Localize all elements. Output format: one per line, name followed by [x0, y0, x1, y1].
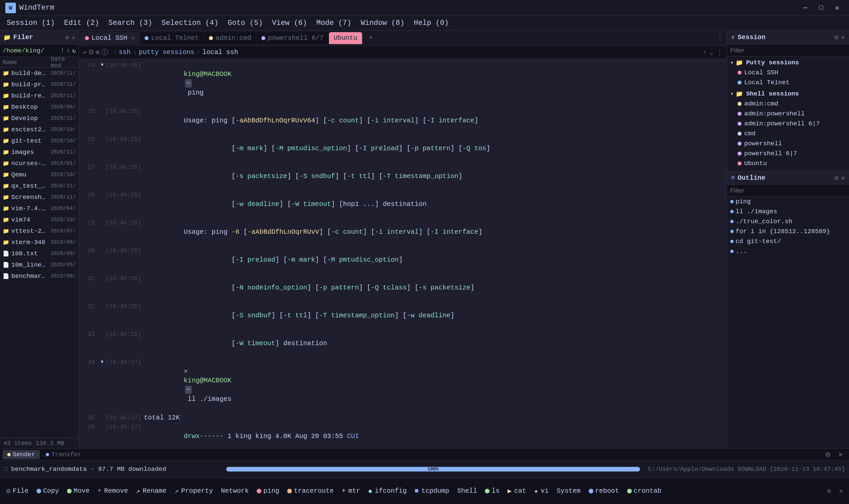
- list-item[interactable]: 📁Screenshots2020/11/: [0, 192, 78, 203]
- menu-session[interactable]: Session (1): [3, 18, 59, 29]
- toolbar-item-mtr[interactable]: + mtr: [338, 484, 363, 498]
- filer-close-icon[interactable]: ✕: [72, 34, 75, 41]
- session-close-icon[interactable]: ✕: [841, 33, 845, 41]
- outline-item-ellipsis[interactable]: ...: [727, 246, 849, 256]
- toolbar-item-network[interactable]: Network: [218, 484, 252, 498]
- breadcrumb-putty[interactable]: putty sessions: [139, 49, 194, 56]
- list-item[interactable]: 📁Develop2020/11/: [0, 113, 78, 124]
- session-item-powershell-67[interactable]: powershell 6|7: [727, 148, 849, 159]
- transfer-tab-transfer[interactable]: Transfer: [41, 450, 86, 459]
- tab-add-button[interactable]: +: [365, 33, 376, 43]
- tab-admin-cmd[interactable]: admin:cmd: [204, 32, 256, 44]
- session-item-local-telnet[interactable]: Local Telnet: [727, 77, 849, 88]
- filer-nav-up[interactable]: ↑: [61, 47, 64, 55]
- breadcrumb-forward-icon[interactable]: ›: [703, 48, 707, 56]
- session-group-header-putty[interactable]: ▾ 📁 Putty sessions: [727, 58, 849, 68]
- tab-menu-button[interactable]: ⋮: [715, 33, 725, 43]
- toolbar-item-cat[interactable]: ▶ cat: [504, 484, 529, 498]
- transfer-tab-sender[interactable]: Sender: [3, 450, 40, 459]
- breadcrumb-back-icon[interactable]: ↩: [83, 48, 87, 56]
- session-item-powershell[interactable]: powershell: [727, 139, 849, 148]
- toolbar-item-copy[interactable]: Copy: [33, 484, 62, 498]
- list-item[interactable]: 📁vim742020/10/: [0, 214, 78, 226]
- maximize-button[interactable]: □: [814, 3, 828, 13]
- list-item[interactable]: 📄benchmark.sh2019/08/: [0, 271, 78, 282]
- menu-help[interactable]: Help (0): [410, 18, 453, 29]
- transfer-close-icon[interactable]: ✕: [835, 450, 846, 459]
- menu-edit[interactable]: Edit (2): [60, 18, 103, 29]
- toolbar-item-remove[interactable]: + Remove: [94, 484, 131, 498]
- outline-settings-icon[interactable]: ⚙: [834, 174, 838, 182]
- tab-local-ssh[interactable]: Local SSH ✕: [80, 32, 139, 44]
- session-group-header-shell[interactable]: ▾ 📁 Shell sessions: [727, 89, 849, 99]
- menu-selection[interactable]: Selection (4): [158, 18, 222, 29]
- list-item[interactable]: 📁esctest2-master2020/10/: [0, 124, 78, 135]
- outline-item-cd[interactable]: cd git-test/: [727, 236, 849, 246]
- tab-local-telnet[interactable]: Local Telnet: [140, 32, 204, 44]
- toolbar-item-rename[interactable]: ↗ Rename: [133, 484, 170, 498]
- toolbar-item-property[interactable]: ↗ Property: [171, 484, 216, 498]
- breadcrumb-split-icon[interactable]: ⧉: [89, 49, 93, 56]
- toolbar-item-ls[interactable]: ls: [482, 484, 503, 498]
- menu-mode[interactable]: Mode (7): [312, 18, 356, 29]
- list-item[interactable]: 📁Desktop2020/06/: [0, 102, 78, 113]
- list-item[interactable]: 📁build-debug2020/11/: [0, 68, 78, 79]
- menu-view[interactable]: View (6): [268, 18, 311, 29]
- list-item[interactable]: 📁qx_test_112020/11/: [0, 180, 78, 192]
- session-item-ubuntu[interactable]: Ubuntu: [727, 159, 849, 168]
- close-button[interactable]: ✕: [830, 3, 844, 13]
- session-item-cmd[interactable]: cmd: [727, 129, 849, 139]
- toolbar-item-file[interactable]: File: [3, 484, 32, 498]
- list-item[interactable]: 📁vttest-201907102019/07/: [0, 226, 78, 237]
- toolbar-item-ping[interactable]: ping: [253, 484, 283, 498]
- tab-ubuntu[interactable]: Ubuntu: [329, 32, 362, 44]
- toolbar-item-ifconfig[interactable]: ◆ ifconfig: [365, 484, 410, 498]
- list-item[interactable]: 📁Qemu2020/10/: [0, 169, 78, 180]
- outline-close-icon[interactable]: ✕: [841, 174, 845, 182]
- transfer-settings-icon[interactable]: ⚙: [822, 450, 833, 459]
- list-item[interactable]: 📄10m_lines_foo.t...2020/05/: [0, 259, 78, 271]
- breadcrumb-more-icon[interactable]: ⋮: [716, 48, 723, 56]
- outline-filter-input[interactable]: [730, 187, 846, 194]
- minimize-button[interactable]: —: [799, 3, 812, 13]
- toolbar-item-tcpdump[interactable]: ■ tcpdump: [411, 484, 452, 498]
- toolbar-item-shell[interactable]: Shell: [454, 484, 480, 498]
- toolbar-item-system[interactable]: System: [554, 484, 584, 498]
- list-item[interactable]: 📁ncurses-6.12018/01/: [0, 158, 78, 169]
- list-item[interactable]: 📁vim-7.4.10792020/04/: [0, 203, 78, 214]
- list-item[interactable]: 📁build-profile2020/11/: [0, 79, 78, 90]
- session-item-local-ssh[interactable]: Local SSH: [727, 68, 849, 77]
- session-filter[interactable]: [727, 44, 849, 56]
- outline-item-for[interactable]: for i in {128512..128589}: [727, 227, 849, 236]
- breadcrumb-new-icon[interactable]: ⊕: [95, 48, 100, 56]
- list-item[interactable]: 📁xterm-3482019/08/: [0, 237, 78, 248]
- menu-search[interactable]: Search (3): [105, 18, 156, 29]
- tab-powershell[interactable]: powershell 6/7: [257, 32, 328, 44]
- outline-filter[interactable]: [727, 185, 849, 197]
- outline-item-ping[interactable]: ping: [727, 197, 849, 206]
- menu-goto[interactable]: Goto (5): [224, 18, 267, 29]
- toolbar-item-reboot[interactable]: reboot: [585, 484, 622, 498]
- menu-window[interactable]: Window (8): [357, 18, 408, 29]
- breadcrumb-ssh[interactable]: ssh: [119, 49, 131, 56]
- list-item[interactable]: 📁git-test2020/10/: [0, 135, 78, 147]
- breadcrumb-chevron-icon[interactable]: ⌄: [709, 48, 713, 56]
- breadcrumb-local-ssh[interactable]: local ssh: [202, 49, 238, 56]
- toolbar-settings-icon[interactable]: ⚙: [824, 487, 834, 495]
- breadcrumb-info-icon[interactable]: ⓘ: [102, 48, 108, 57]
- session-settings-icon[interactable]: ⚙: [834, 33, 838, 41]
- list-item[interactable]: 📁images2020/11/: [0, 147, 78, 158]
- session-filter-input[interactable]: [730, 47, 846, 54]
- outline-item-ll[interactable]: ll ./images: [727, 206, 849, 217]
- outline-item-truecolor[interactable]: ./true_color.sh: [727, 217, 849, 227]
- terminal-output[interactable]: 24 ▾ [18:48:35] king@MACBOOK ~ ping 25 […: [79, 59, 727, 448]
- filer-nav-refresh[interactable]: ↻: [72, 47, 76, 55]
- toolbar-item-crontab[interactable]: crontab: [624, 484, 665, 498]
- toolbar-close-icon[interactable]: ✕: [836, 487, 846, 495]
- toolbar-item-move[interactable]: Move: [64, 484, 93, 498]
- list-item[interactable]: 📁build-release2020/11/: [0, 90, 78, 102]
- tab-close-icon[interactable]: ✕: [131, 35, 134, 41]
- toolbar-item-traceroute[interactable]: traceroute: [284, 484, 337, 498]
- session-item-admin-powershell-67[interactable]: admin:powershell 6|7: [727, 119, 849, 129]
- filer-nav-down[interactable]: ↓: [66, 47, 70, 55]
